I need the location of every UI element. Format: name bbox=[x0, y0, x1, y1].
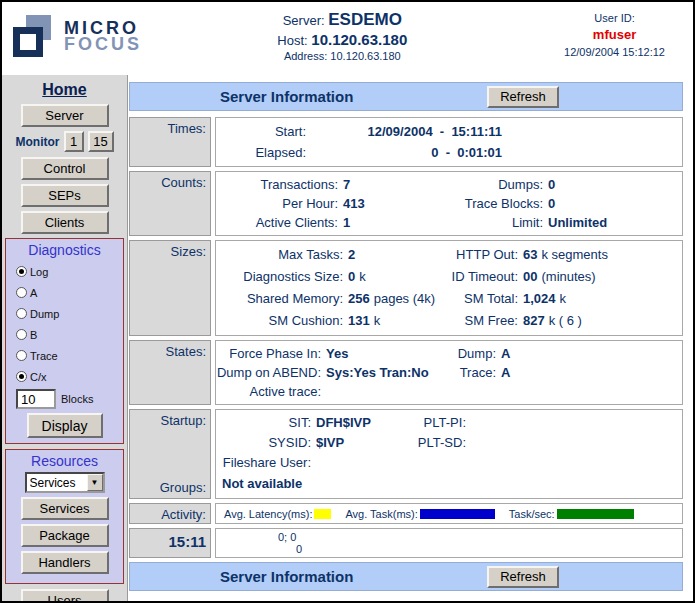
radio-log-icon[interactable] bbox=[16, 266, 27, 277]
radio-b-label: B bbox=[30, 329, 37, 341]
radio-b-icon[interactable] bbox=[16, 329, 27, 340]
package-button[interactable]: Package bbox=[21, 524, 109, 547]
radio-a-icon[interactable] bbox=[16, 287, 27, 298]
address-line: Address: 10.120.63.180 bbox=[277, 50, 407, 62]
activity-time-label: 15:11 bbox=[129, 528, 211, 558]
radio-a-label: A bbox=[30, 287, 37, 299]
start-key: Start: bbox=[216, 121, 306, 142]
radio-b[interactable]: B bbox=[16, 324, 60, 345]
states-row: Active trace: bbox=[216, 382, 682, 401]
elapsed-value: 0 - 0:01:01 bbox=[306, 142, 502, 163]
activity-section: Activity: Avg. Latency(ms): Avg. Task(ms… bbox=[129, 503, 683, 524]
address-label: Address: bbox=[284, 50, 327, 62]
states-row: Force Phase In:YesDump:A bbox=[216, 344, 682, 363]
counts-row: Transactions:7Dumps:0 bbox=[216, 175, 682, 194]
times-row: Start:12/09/2004 - 15:11:11 bbox=[216, 121, 682, 142]
es-admin-window: MICRO FOCUS Server: ESDEMO Host: 10.120.… bbox=[0, 0, 695, 603]
blocks-row: Blocks bbox=[8, 389, 121, 409]
clients-button[interactable]: Clients bbox=[21, 211, 109, 234]
blocks-label: Blocks bbox=[61, 393, 93, 405]
display-button[interactable]: Display bbox=[27, 413, 103, 438]
startup-section: Startup: Groups: SIT:DFH$IVPPLT-PI: SYSI… bbox=[129, 409, 683, 499]
host-value: 10.120.63.180 bbox=[311, 31, 407, 48]
radio-dump[interactable]: Dump bbox=[16, 303, 78, 324]
radio-cx[interactable]: C/x bbox=[16, 366, 60, 387]
host-line: Host: 10.120.63.180 bbox=[277, 31, 407, 48]
counts-row: Active Clients:1Limit:Unlimited bbox=[216, 213, 682, 232]
states-section: States: Force Phase In:YesDump:A Dump on… bbox=[129, 340, 683, 405]
refresh-button-top[interactable]: Refresh bbox=[487, 86, 559, 108]
radio-dump-icon[interactable] bbox=[16, 308, 27, 319]
times-values: Start:12/09/2004 - 15:11:11 Elapsed:0 - … bbox=[215, 117, 683, 167]
control-button[interactable]: Control bbox=[21, 157, 109, 180]
times-section: Times: Start:12/09/2004 - 15:11:11 Elaps… bbox=[129, 117, 683, 167]
resources-panel: Resources Services ▼ Services Package Ha… bbox=[5, 449, 124, 584]
server-identity: Server: ESDEMO Host: 10.120.63.180 Addre… bbox=[277, 10, 407, 62]
monitor-row: Monitor 1 15 bbox=[2, 131, 127, 152]
activity-time-section: 15:11 0; 0 0 bbox=[129, 528, 683, 558]
radio-cx-label: C/x bbox=[30, 371, 47, 383]
groups-label-text: Groups: bbox=[160, 480, 206, 495]
groups-value: Not available bbox=[216, 473, 682, 495]
seps-button[interactable]: SEPs bbox=[21, 184, 109, 207]
times-label: Times: bbox=[129, 117, 211, 167]
address-value: 10.120.63.180 bbox=[330, 50, 400, 62]
monitor-15-button[interactable]: 15 bbox=[88, 131, 114, 152]
activity-value-line1: 0; 0 bbox=[216, 531, 682, 543]
startup-label-text: Startup: bbox=[160, 413, 206, 428]
start-value: 12/09/2004 - 15:11:11 bbox=[306, 121, 502, 142]
radio-a[interactable]: A bbox=[16, 282, 60, 303]
logo-text: MICRO FOCUS bbox=[64, 20, 142, 52]
diagnostics-panel: Diagnostics Log A Dump bbox=[5, 238, 124, 444]
radio-dump-label: Dump bbox=[30, 308, 59, 320]
diagnostics-radios: Log A Dump B bbox=[8, 261, 121, 387]
states-values: Force Phase In:YesDump:A Dump on ABEND:S… bbox=[215, 340, 683, 405]
page-header: MICRO FOCUS Server: ESDEMO Host: 10.120.… bbox=[2, 2, 693, 75]
monitor-label: Monitor bbox=[16, 135, 60, 149]
activity-label: Activity: bbox=[129, 503, 211, 524]
server-name: ESDEMO bbox=[328, 10, 402, 29]
user-id-label: User ID: bbox=[564, 12, 665, 24]
activity-value-line2: 0 bbox=[216, 543, 682, 555]
home-link[interactable]: Home bbox=[42, 81, 86, 99]
task-ms-swatch bbox=[420, 509, 495, 519]
counts-values: Transactions:7Dumps:0 Per Hour:413Trace … bbox=[215, 171, 683, 236]
radio-log[interactable]: Log bbox=[16, 261, 78, 282]
sizes-row: Max Tasks:2HTTP Out:63k segments bbox=[216, 244, 682, 266]
latency-legend-label: Avg. Latency(ms): bbox=[224, 508, 312, 520]
resources-dropdown-value: Services bbox=[27, 474, 87, 491]
chevron-down-icon[interactable]: ▼ bbox=[87, 474, 103, 491]
task-sec-swatch bbox=[557, 509, 634, 519]
micro-focus-logo: MICRO FOCUS bbox=[12, 12, 142, 60]
radio-trace-icon[interactable] bbox=[16, 350, 27, 361]
task-ms-legend-label: Avg. Task(ms): bbox=[345, 508, 417, 520]
latency-swatch bbox=[314, 509, 331, 519]
sizes-row: Diagnostics Size:0kID Timeout:00(minutes… bbox=[216, 266, 682, 288]
startup-row: SIT:DFH$IVPPLT-PI: bbox=[216, 413, 682, 433]
handlers-button[interactable]: Handlers bbox=[21, 551, 109, 574]
sizes-values: Max Tasks:2HTTP Out:63k segments Diagnos… bbox=[215, 240, 683, 336]
blocks-input[interactable] bbox=[16, 389, 56, 409]
activity-legend: Avg. Latency(ms): Avg. Task(ms): Task/se… bbox=[215, 503, 683, 524]
diagnostics-title: Diagnostics bbox=[8, 242, 121, 258]
radio-trace[interactable]: Trace bbox=[16, 345, 78, 366]
logo-line2: FOCUS bbox=[64, 36, 142, 52]
resources-title: Resources bbox=[8, 453, 121, 469]
main-content: Server Information Refresh Times: Start:… bbox=[128, 75, 693, 603]
startup-values: SIT:DFH$IVPPLT-PI: SYSID:$IVPPLT-SD: Fil… bbox=[215, 409, 683, 499]
legend-row: Avg. Latency(ms): Avg. Task(ms): Task/se… bbox=[216, 508, 682, 520]
host-label: Host: bbox=[277, 33, 307, 48]
users-button[interactable]: Users bbox=[21, 589, 109, 603]
radio-trace-label: Trace bbox=[30, 350, 58, 362]
radio-cx-icon[interactable] bbox=[16, 371, 27, 382]
states-label: States: bbox=[129, 340, 211, 405]
startup-row: SYSID:$IVPPLT-SD: bbox=[216, 433, 682, 453]
server-button[interactable]: Server bbox=[21, 104, 109, 127]
counts-row: Per Hour:413Trace Blocks:0 bbox=[216, 194, 682, 213]
services-button[interactable]: Services bbox=[21, 497, 109, 520]
elapsed-key: Elapsed: bbox=[216, 142, 306, 163]
counts-label: Counts: bbox=[129, 171, 211, 236]
resources-dropdown[interactable]: Services ▼ bbox=[25, 472, 105, 493]
monitor-1-button[interactable]: 1 bbox=[64, 131, 84, 152]
refresh-button-bottom[interactable]: Refresh bbox=[487, 566, 559, 588]
